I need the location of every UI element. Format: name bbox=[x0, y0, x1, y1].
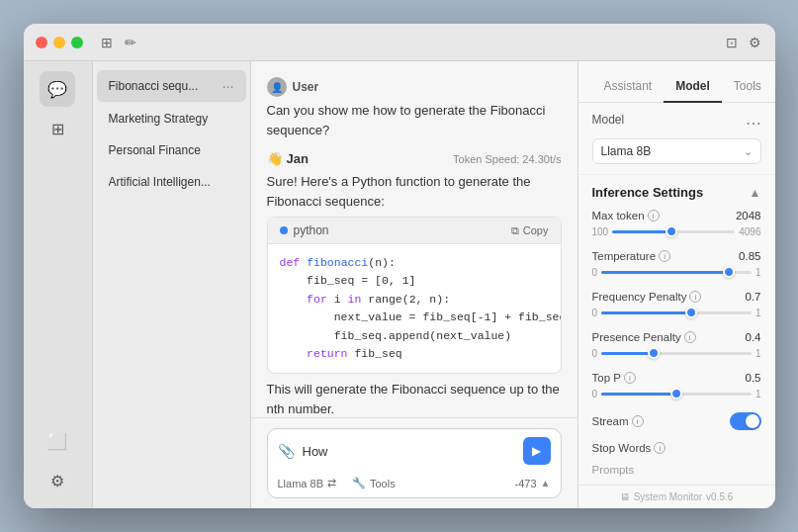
presence-penalty-min: 0 bbox=[592, 348, 598, 359]
temperature-value: 0.85 bbox=[739, 250, 760, 262]
top-p-min: 0 bbox=[592, 389, 598, 399]
presence-penalty-slider[interactable] bbox=[601, 346, 752, 360]
top-p-thumb[interactable] bbox=[670, 388, 682, 399]
frequency-penalty-thumb[interactable] bbox=[685, 307, 697, 318]
token-speed: Token Speed: 24.30t/s bbox=[453, 153, 561, 165]
conversations-list: Fibonacci sequ... ··· Marketing Strategy… bbox=[93, 61, 251, 508]
stop-words-row: Stop Words i bbox=[578, 436, 775, 460]
presence-penalty-slider-row: Presence Penalty i 0.4 0 1 bbox=[578, 325, 775, 366]
input-tools[interactable]: 🔧 Tools bbox=[352, 477, 396, 489]
send-button[interactable]: ▶ bbox=[523, 437, 551, 465]
frequency-penalty-slider[interactable] bbox=[601, 306, 752, 319]
stop-words-label: Stop Words i bbox=[592, 442, 666, 454]
code-header: python ⧉ Copy bbox=[268, 218, 561, 244]
user-sender: 👤 User bbox=[267, 77, 562, 97]
chat-messages: 👤 User Can you show me how to generate t… bbox=[251, 61, 577, 417]
frequency-penalty-min: 0 bbox=[592, 308, 598, 318]
app-window: ⊞ ✏ ⊡ ⚙ 💬 ⊞ ⬜ ⚙ Fibonacci sequ... ··· Ma… bbox=[24, 24, 775, 508]
right-panel: Assistant Model Tools Model ⋯ Lla bbox=[577, 61, 775, 508]
top-p-value: 0.5 bbox=[746, 372, 761, 384]
temperature-thumb[interactable] bbox=[723, 266, 735, 278]
frequency-penalty-label: Frequency Penalty i bbox=[592, 291, 702, 303]
max-token-slider-row: Max token i 2048 100 4096 bbox=[578, 204, 775, 244]
tab-model[interactable]: Model bbox=[664, 71, 722, 103]
chat-input-box: 📎 ▶ Llama 8B ⇄ 🔧 Tools bbox=[267, 428, 562, 498]
max-token-slider[interactable] bbox=[612, 224, 735, 238]
presence-penalty-max: 1 bbox=[755, 348, 761, 359]
stop-words-info-icon[interactable]: i bbox=[654, 442, 665, 454]
code-block: python ⧉ Copy def fibonacci(n): fib_seq … bbox=[267, 217, 562, 374]
expand-button[interactable]: ▲ bbox=[541, 478, 551, 488]
model-selected: Llama 8B bbox=[601, 144, 652, 158]
top-p-fill bbox=[601, 393, 676, 396]
inference-title: Inference Settings bbox=[592, 185, 704, 200]
settings-icon[interactable]: ⚙ bbox=[748, 35, 763, 50]
presence-penalty-thumb[interactable] bbox=[648, 347, 660, 359]
model-selector[interactable]: Llama 8B ⌄ bbox=[592, 138, 761, 164]
code-content: def fibonacci(n): fib_seq = [0, 1] for i… bbox=[268, 244, 561, 373]
temperature-max: 1 bbox=[755, 267, 761, 278]
close-button[interactable] bbox=[36, 37, 47, 48]
footer-version: v0.5.6 bbox=[706, 491, 733, 502]
edit-icon[interactable]: ✏ bbox=[123, 35, 138, 50]
chat-input[interactable] bbox=[303, 444, 515, 459]
fullscreen-button[interactable] bbox=[71, 37, 83, 48]
conversation-item-ai[interactable]: Artificial Intelligen... bbox=[97, 167, 246, 197]
chat-area: 👤 User Can you show me how to generate t… bbox=[251, 61, 577, 508]
top-p-slider[interactable] bbox=[601, 387, 752, 400]
model-arrows-icon: ⌄ bbox=[744, 145, 753, 158]
inference-header: Inference Settings ▲ bbox=[578, 175, 775, 204]
temperature-info-icon[interactable]: i bbox=[659, 250, 670, 262]
top-p-info-icon[interactable]: i bbox=[624, 372, 636, 384]
char-count: -473 ▲ bbox=[515, 478, 551, 489]
temperature-label: Temperature i bbox=[592, 250, 671, 262]
frequency-penalty-slider-row: Frequency Penalty i 0.7 0 1 bbox=[578, 285, 775, 325]
tools-label: Tools bbox=[370, 478, 396, 489]
temperature-slider[interactable] bbox=[601, 265, 752, 279]
max-token-thumb[interactable] bbox=[665, 225, 677, 237]
conversation-item-fibonacci[interactable]: Fibonacci sequ... ··· bbox=[97, 70, 246, 102]
panel-footer: 🖥 System Monitor v0.5.6 bbox=[578, 485, 775, 508]
stream-label: Stream i bbox=[592, 415, 644, 427]
stream-info-icon[interactable]: i bbox=[632, 415, 644, 427]
monitor-icon: 🖥 bbox=[620, 491, 630, 502]
sidebar-item-chat[interactable]: 💬 bbox=[40, 71, 75, 107]
sidebar-item-grid[interactable]: ⊞ bbox=[40, 111, 75, 146]
lang-dot bbox=[280, 226, 288, 234]
copy-icon: ⧉ bbox=[511, 224, 519, 237]
max-token-info-icon[interactable]: i bbox=[648, 210, 660, 222]
panel-header: Assistant Model Tools bbox=[578, 61, 775, 103]
copy-button[interactable]: ⧉ Copy bbox=[511, 224, 549, 237]
frequency-penalty-info-icon[interactable]: i bbox=[689, 291, 701, 303]
layout-icon[interactable]: ⊡ bbox=[724, 35, 740, 50]
temperature-min: 0 bbox=[592, 267, 598, 278]
presence-penalty-info-icon[interactable]: i bbox=[684, 331, 696, 343]
title-bar-icons: ⊞ ✏ bbox=[99, 35, 138, 50]
minimize-button[interactable] bbox=[53, 37, 65, 48]
grid-icon[interactable]: ⊞ bbox=[99, 35, 115, 50]
input-model-selector[interactable]: Llama 8B ⇄ bbox=[278, 477, 336, 489]
tab-tools[interactable]: Tools bbox=[722, 71, 773, 103]
max-token-max: 4096 bbox=[739, 226, 760, 237]
message-assistant: 👋 Jan Token Speed: 24.30t/s Sure! Here's… bbox=[267, 151, 562, 417]
conversation-item-finance[interactable]: Personal Finance bbox=[97, 135, 246, 165]
sidebar-item-terminal[interactable]: ⬜ bbox=[40, 423, 75, 459]
sidebar: 💬 ⊞ ⬜ ⚙ bbox=[24, 61, 93, 508]
title-bar-right: ⊡ ⚙ bbox=[724, 35, 763, 50]
model-more-button[interactable]: ⋯ bbox=[746, 114, 761, 133]
conversation-title: Fibonacci sequ... bbox=[109, 79, 222, 93]
footer-label: System Monitor bbox=[634, 491, 702, 502]
conversation-title: Personal Finance bbox=[109, 143, 234, 157]
more-icon[interactable]: ··· bbox=[222, 78, 234, 94]
sidebar-item-settings[interactable]: ⚙ bbox=[40, 463, 75, 498]
tab-assistant[interactable]: Assistant bbox=[592, 71, 665, 103]
stream-toggle[interactable] bbox=[730, 412, 761, 430]
assistant-name: 👋 Jan bbox=[267, 151, 309, 166]
attach-icon[interactable]: 📎 bbox=[278, 443, 295, 459]
max-token-label: Max token i bbox=[592, 210, 660, 222]
model-name: Llama 8B bbox=[278, 478, 323, 489]
chat-input-area: 📎 ▶ Llama 8B ⇄ 🔧 Tools bbox=[251, 417, 577, 508]
conversation-item-marketing[interactable]: Marketing Strategy bbox=[97, 104, 246, 133]
inference-collapse-button[interactable]: ▲ bbox=[750, 186, 761, 200]
user-message-text: Can you show me how to generate the Fibo… bbox=[267, 101, 562, 139]
